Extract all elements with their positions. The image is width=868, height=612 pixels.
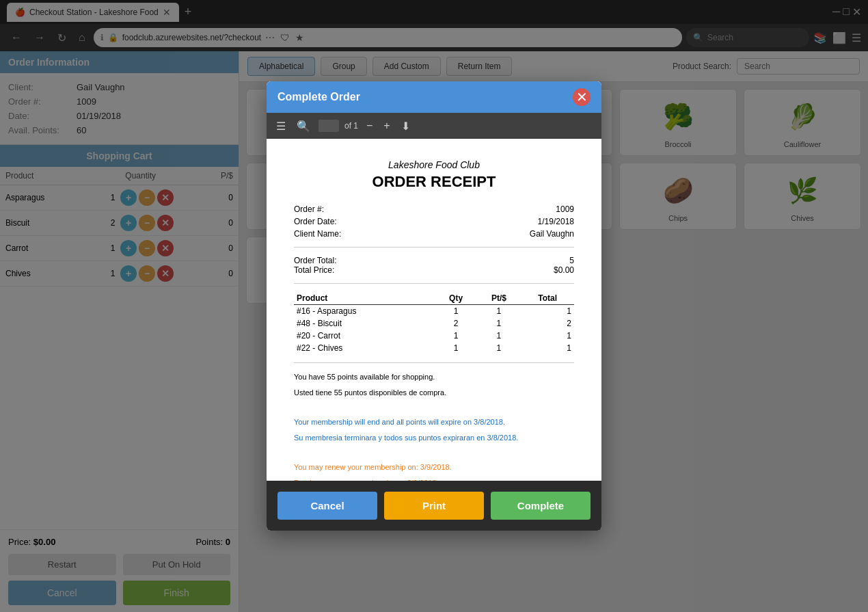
receipt-item-product: #48 - Biscuit	[294, 317, 435, 330]
receipt-title: ORDER RECEIPT	[294, 173, 574, 191]
receipt-container[interactable]: Lakeshore Food Club ORDER RECEIPT Order …	[267, 139, 601, 481]
receipt-order-total-label: Order Total:	[294, 256, 336, 265]
receipt-note-membership-es: Su membresia terminara y todos sus punto…	[294, 432, 574, 444]
modal-cancel-button[interactable]: Cancel	[277, 492, 377, 520]
receipt-order-number-value: 1009	[556, 204, 574, 214]
receipt-item-pts: 1	[476, 342, 521, 354]
receipt-item-total: 1	[521, 330, 574, 342]
receipt-item-qty: 1	[435, 305, 477, 318]
list-item: #22 - Chives 1 1 1	[294, 342, 574, 354]
pdf-zoom-out-btn[interactable]: −	[364, 117, 375, 135]
receipt-totals: Order Total: 5 Total Price: $0.00	[294, 256, 574, 275]
receipt-items-table: Product Qty Pt/$ Total #16 - Asparagus 1…	[294, 292, 574, 354]
receipt-col-qty: Qty	[435, 292, 477, 305]
receipt-item-total: 2	[521, 317, 574, 330]
receipt-col-product: Product	[294, 292, 435, 305]
receipt-store-name: Lakeshore Food Club	[294, 159, 574, 170]
receipt-note-renew-en: You may renew your membership on: 3/9/20…	[294, 462, 574, 473]
receipt-divider-2	[294, 283, 574, 284]
pdf-page-input[interactable]: 1	[318, 120, 339, 132]
receipt-item-pts: 1	[476, 317, 521, 330]
receipt-note-points-en: You have 55 points available for shoppin…	[294, 371, 574, 383]
pdf-zoom-in-btn[interactable]: +	[381, 117, 392, 135]
receipt-order-date-label: Order Date:	[294, 217, 337, 226]
pdf-toolbar: ☰ 🔍 1 of 1 − + ⬇	[267, 113, 601, 139]
pdf-sidebar-btn[interactable]: ☰	[273, 117, 288, 135]
pdf-page-info: of 1	[344, 121, 358, 131]
receipt-order-number-row: Order #: 1009	[294, 204, 574, 214]
receipt-item-pts: 1	[476, 330, 521, 342]
pdf-download-btn[interactable]: ⬇	[398, 117, 413, 135]
complete-order-modal: Complete Order ✕ ☰ 🔍 1 of 1 − + ⬇ Lakesh…	[267, 81, 601, 531]
receipt: Lakeshore Food Club ORDER RECEIPT Order …	[267, 139, 601, 481]
receipt-item-qty: 1	[435, 330, 477, 342]
receipt-item-product: #20 - Carrot	[294, 330, 435, 342]
receipt-col-pts: Pt/$	[476, 292, 521, 305]
pdf-search-btn[interactable]: 🔍	[294, 117, 313, 135]
receipt-order-date-value: 1/19/2018	[538, 217, 574, 226]
receipt-total-price-row: Total Price: $0.00	[294, 265, 574, 275]
receipt-client-value: Gail Vaughn	[530, 229, 574, 239]
receipt-divider-3	[294, 362, 574, 363]
modal-title: Complete Order	[277, 91, 360, 103]
receipt-item-qty: 2	[435, 317, 477, 330]
receipt-item-total: 1	[521, 305, 574, 318]
modal-complete-button[interactable]: Complete	[491, 492, 591, 520]
receipt-note-membership-en: Your membership will end and all points …	[294, 416, 574, 428]
receipt-order-total-row: Order Total: 5	[294, 256, 574, 265]
receipt-item-qty: 1	[435, 342, 477, 354]
receipt-order-total-value: 5	[569, 256, 574, 265]
receipt-item-product: #22 - Chives	[294, 342, 435, 354]
receipt-item-product: #16 - Asparagus	[294, 305, 435, 318]
modal-header: Complete Order ✕	[267, 81, 601, 113]
receipt-item-pts: 1	[476, 305, 521, 318]
list-item: #16 - Asparagus 1 1 1	[294, 305, 574, 318]
modal-footer: Cancel Print Complete	[267, 481, 601, 531]
list-item: #48 - Biscuit 2 1 2	[294, 317, 574, 330]
modal-overlay[interactable]: Complete Order ✕ ☰ 🔍 1 of 1 − + ⬇ Lakesh…	[0, 0, 868, 612]
receipt-note-points-es: Usted tiene 55 puntos disponibles de com…	[294, 387, 574, 399]
receipt-total-price-value: $0.00	[554, 265, 574, 275]
list-item: #20 - Carrot 1 1 1	[294, 330, 574, 342]
receipt-client-row: Client Name: Gail Vaughn	[294, 229, 574, 239]
modal-close-button[interactable]: ✕	[573, 88, 591, 106]
receipt-client-label: Client Name:	[294, 229, 341, 239]
receipt-order-date-row: Order Date: 1/19/2018	[294, 217, 574, 226]
modal-print-button[interactable]: Print	[384, 492, 484, 520]
receipt-total-price-label: Total Price:	[294, 265, 334, 275]
receipt-item-total: 1	[521, 342, 574, 354]
receipt-col-total: Total	[521, 292, 574, 305]
receipt-divider-1	[294, 247, 574, 248]
receipt-order-number-label: Order #:	[294, 204, 324, 214]
